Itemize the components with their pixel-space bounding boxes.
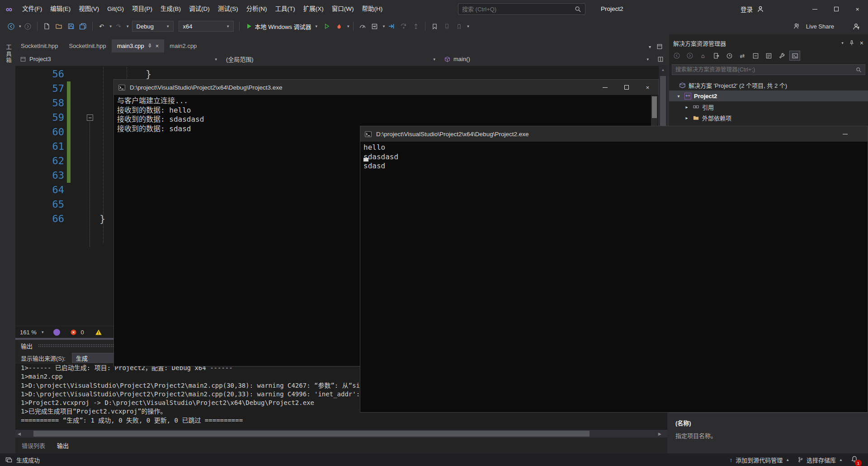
menu-item[interactable]: 调试(D) (185, 0, 214, 18)
solution-explorer-search-input[interactable] (675, 67, 853, 73)
project-dropdown[interactable]: Project3 ▾ (15, 52, 222, 66)
menu-item[interactable]: 帮助(H) (358, 0, 387, 18)
editor-tab[interactable]: main2.cpp × (164, 39, 202, 52)
redo-caret-icon[interactable]: ▾ (127, 24, 129, 29)
tool-window-tab[interactable]: 输出 (57, 441, 69, 450)
recent-files-icon[interactable] (724, 51, 735, 61)
navigate-back-caret-icon[interactable]: ▾ (19, 24, 21, 29)
error-icon[interactable] (70, 329, 77, 336)
menu-item[interactable]: 文件(F) (18, 0, 46, 18)
error-count[interactable]: 0 (80, 329, 84, 336)
references-node[interactable]: ▸ 引用 (669, 101, 868, 112)
menu-item[interactable]: 项目(P) (128, 0, 156, 18)
search-icon[interactable] (856, 67, 862, 73)
properties-icon[interactable] (763, 51, 774, 61)
toolbox-vertical-tab[interactable]: 工具箱 (4, 44, 13, 64)
visual-studio-logo-icon[interactable]: ∞ (0, 0, 18, 18)
active-files-chevron-icon[interactable]: ▾ (649, 44, 651, 49)
navigate-back-icon[interactable] (5, 20, 16, 32)
collapse-region-icon[interactable]: − (87, 114, 93, 121)
redo-icon[interactable]: ↷ (113, 20, 124, 32)
scope-dropdown[interactable]: (全局范围) ▾ (222, 52, 440, 66)
document-health-icon[interactable] (53, 329, 60, 336)
collapsed-arrow-icon[interactable]: ▸ (684, 115, 690, 120)
scrollbar-thumb[interactable] (33, 431, 590, 437)
previous-bookmark-icon[interactable] (441, 20, 452, 32)
scroll-right-icon[interactable]: ▶ (656, 430, 664, 437)
console-title-bar[interactable]: D:\project\VisualStudio\Project2\x64\Deb… (360, 126, 868, 142)
close-tab-icon[interactable]: × (156, 43, 159, 49)
menu-item[interactable]: 扩展(X) (299, 0, 328, 18)
close-button[interactable]: × (847, 0, 868, 18)
select-repository-button[interactable]: 选择存储库 ▲ (797, 456, 843, 464)
menu-item[interactable]: 生成(B) (156, 0, 185, 18)
console-window-project2[interactable]: D:\project\VisualStudio\Project2\x64\Deb… (360, 126, 868, 413)
collapsed-arrow-icon[interactable]: ▸ (684, 105, 690, 109)
minimize-button[interactable] (804, 0, 826, 18)
solution-explorer-search[interactable] (672, 64, 865, 75)
console-output[interactable]: hellosdasdasdsdasd (360, 142, 868, 171)
search-icon[interactable] (575, 6, 581, 13)
solution-explorer-header[interactable]: 解决方案资源管理器 ▾ × (669, 34, 868, 49)
switch-views-icon[interactable]: ⇄ (737, 51, 748, 61)
scroll-left-icon[interactable]: ◀ (15, 430, 23, 437)
project-node[interactable]: ▾ ++ Project2 (669, 90, 868, 101)
solution-platform-select[interactable]: x64 ▾ (179, 21, 234, 32)
quick-search[interactable] (458, 3, 585, 15)
solution-node[interactable]: 解决方案 'Project2' (2 个项目, 共 2 个) (669, 80, 868, 90)
editor-tab[interactable]: main3.cpp × (112, 39, 165, 52)
external-dependencies-node[interactable]: ▸ 外部依赖项 (669, 112, 868, 123)
close-button[interactable]: × (637, 80, 658, 95)
split-window-icon[interactable] (653, 52, 667, 66)
pin-icon[interactable] (147, 43, 152, 48)
output-horizontal-scrollbar[interactable]: ◀ ▶ (15, 430, 667, 437)
step-over-icon[interactable] (398, 20, 409, 32)
live-share-label[interactable]: Live Share (806, 23, 834, 30)
toolbar-overflow-icon[interactable]: ▾ (467, 24, 469, 29)
scrollbar-thumb[interactable] (660, 76, 666, 126)
nav-back-icon[interactable] (671, 51, 682, 61)
expanded-arrow-icon[interactable]: ▾ (675, 94, 682, 99)
menu-item[interactable]: 分析(N) (242, 0, 271, 18)
next-bookmark-icon[interactable] (453, 20, 464, 32)
menu-item[interactable]: 视图(V) (75, 0, 103, 18)
bookmark-icon[interactable] (429, 20, 440, 32)
collapse-all-icon[interactable] (750, 51, 761, 61)
add-to-source-control-button[interactable]: ↑ 添加到源代码管理 ▲ (730, 456, 789, 464)
tool-window-tab[interactable]: 错误列表 (22, 441, 45, 450)
solution-configuration-select[interactable]: Debug ▾ (132, 21, 174, 32)
zoom-level[interactable]: 161 % (20, 329, 37, 336)
navigate-forward-icon[interactable] (23, 20, 33, 32)
show-next-statement-icon[interactable] (386, 20, 397, 32)
warning-icon[interactable] (95, 329, 102, 336)
step-out-icon[interactable] (410, 20, 421, 32)
start-without-debugging-icon[interactable] (321, 20, 332, 32)
sync-with-active-document-icon[interactable] (711, 51, 722, 61)
maximize-button[interactable] (616, 80, 637, 95)
close-icon[interactable]: × (860, 39, 863, 47)
quick-search-input[interactable] (462, 6, 571, 13)
menu-item[interactable]: Git(G) (103, 0, 128, 18)
member-dropdown[interactable]: main() ▾ (440, 52, 653, 66)
home-icon[interactable]: ⌂ (698, 51, 708, 61)
minimize-button[interactable] (835, 126, 856, 142)
window-position-icon[interactable]: ▾ (841, 41, 844, 45)
user-account-icon[interactable] (757, 5, 764, 13)
scrollbar-thumb[interactable] (652, 96, 657, 118)
tab-settings-icon[interactable] (656, 43, 663, 50)
diagnostic-tools-caret-icon[interactable]: ▾ (383, 24, 385, 29)
menu-item[interactable]: 测试(S) (214, 0, 242, 18)
scroll-up-icon[interactable]: ▲ (659, 66, 667, 73)
undo-caret-icon[interactable]: ▾ (110, 24, 112, 29)
notifications-button[interactable]: 1 (851, 456, 858, 464)
minimize-button[interactable] (594, 80, 616, 95)
menu-item[interactable]: 编辑(E) (46, 0, 75, 18)
maximize-button[interactable] (826, 0, 847, 18)
nav-forward-icon[interactable] (684, 51, 695, 61)
sign-in[interactable]: 登录 (741, 0, 764, 18)
background-tasks-icon[interactable] (5, 456, 12, 463)
diagnostic-tools-icon[interactable] (369, 20, 380, 32)
start-debugging-button[interactable]: 本地 Windows 调试器 ▾ (243, 20, 321, 32)
save-all-icon[interactable] (78, 20, 89, 32)
feedback-icon[interactable] (852, 23, 860, 30)
